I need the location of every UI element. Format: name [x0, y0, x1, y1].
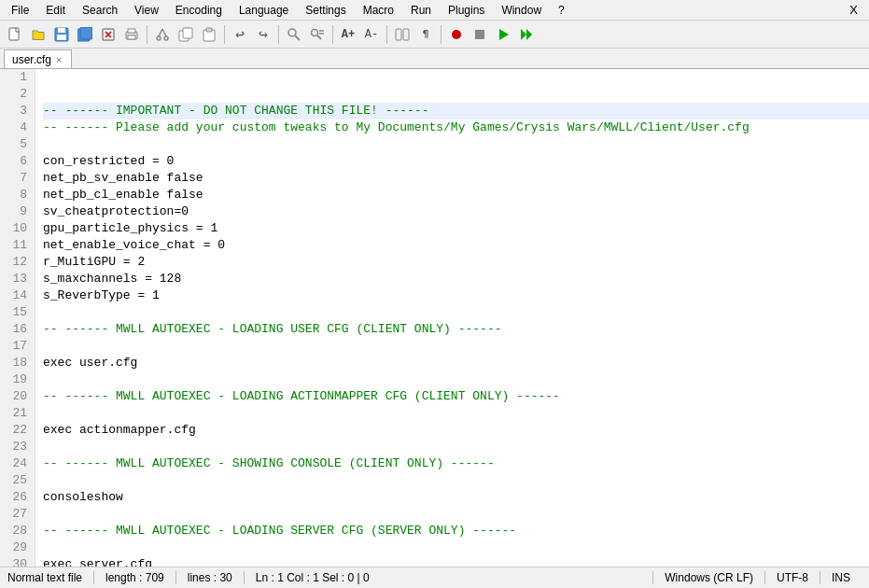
line-number: 30 [4, 556, 27, 567]
sep6 [441, 25, 442, 44]
code-line: -- ------ IMPORTANT - DO NOT CHANGE THIS… [43, 103, 869, 119]
tab-label: user.cfg [12, 53, 51, 66]
open-button[interactable] [27, 23, 49, 46]
menu-edit[interactable]: Edit [38, 2, 73, 19]
svg-point-13 [164, 36, 168, 40]
menubar: File Edit Search View Encoding Language … [0, 0, 869, 21]
sep3 [278, 25, 279, 44]
svg-line-21 [295, 35, 300, 40]
run-macro-button[interactable] [515, 23, 538, 46]
line-number: 14 [4, 287, 27, 304]
cut-button[interactable] [151, 23, 174, 46]
svg-rect-27 [403, 29, 409, 40]
menu-file[interactable]: File [4, 2, 36, 19]
code-line: s_ReverbType = 1 [43, 287, 869, 304]
line-number: 25 [4, 472, 27, 489]
menu-macro[interactable]: Macro [356, 2, 401, 19]
find-button[interactable] [283, 23, 305, 46]
line-number: 13 [4, 271, 27, 287]
code-line [43, 338, 869, 355]
menu-plugins[interactable]: Plugins [441, 2, 492, 19]
line-number: 20 [4, 388, 27, 405]
word-wrap-button[interactable]: ¶ [414, 23, 437, 46]
tabbar: user.cfg × [0, 49, 869, 69]
code-line: r_MultiGPU = 2 [43, 254, 869, 271]
code-line: -- ------ MWLL AUTOEXEC - SHOWING CONSOL… [43, 455, 869, 472]
menu-search[interactable]: Search [75, 2, 125, 19]
line-number: 18 [4, 355, 27, 371]
menu-settings[interactable]: Settings [298, 2, 353, 19]
svg-rect-2 [58, 28, 65, 33]
line-number: 27 [4, 506, 27, 523]
save-button[interactable] [50, 23, 73, 46]
play-macro-button[interactable] [492, 23, 514, 46]
svg-line-15 [162, 29, 166, 36]
line-number: 6 [4, 153, 27, 170]
code-line [43, 304, 869, 321]
statusbar: Normal text file length : 709 lines : 30… [0, 567, 869, 588]
tab-user-cfg[interactable]: user.cfg × [4, 49, 72, 68]
code-line [43, 539, 869, 556]
line-number: 17 [4, 338, 27, 355]
zoom-in-button[interactable]: A+ [337, 23, 359, 46]
status-lines: lines : 30 [175, 571, 244, 584]
svg-rect-5 [80, 27, 92, 39]
menu-help[interactable]: ? [551, 2, 572, 19]
line-number: 26 [4, 489, 27, 506]
svg-line-23 [317, 35, 321, 39]
code-line [43, 136, 869, 153]
svg-point-28 [452, 30, 461, 39]
replace-button[interactable] [306, 23, 329, 46]
code-line [43, 506, 869, 523]
status-right: Windows (CR LF) UTF-8 INS [652, 571, 862, 584]
menu-encoding[interactable]: Encoding [168, 2, 230, 19]
sync-scroll-button[interactable] [391, 23, 413, 46]
svg-rect-3 [57, 35, 66, 40]
line-number: 2 [4, 86, 27, 103]
stop-macro-button[interactable] [469, 23, 491, 46]
menu-view[interactable]: View [127, 2, 166, 19]
redo-button[interactable]: ↪ [252, 23, 274, 46]
line-number: 15 [4, 304, 27, 321]
line-number: 22 [4, 422, 27, 439]
tab-close-button[interactable]: × [56, 54, 62, 65]
line-number: 8 [4, 187, 27, 203]
line-number: 3 [4, 103, 27, 119]
paste-button[interactable] [198, 23, 220, 46]
line-number: 11 [4, 237, 27, 254]
code-line: sv_cheatprotection=0 [43, 203, 869, 220]
code-line: gpu_particle_physics = 1 [43, 220, 869, 237]
svg-rect-10 [128, 29, 135, 33]
line-number: 7 [4, 170, 27, 187]
status-position: Ln : 1 Col : 1 Sel : 0 | 0 [244, 571, 381, 584]
zoom-out-button[interactable]: A- [360, 23, 383, 46]
menu-language[interactable]: Language [231, 2, 296, 19]
print-button[interactable] [120, 23, 143, 46]
code-line [43, 472, 869, 489]
status-length: length : 709 [93, 571, 175, 584]
svg-marker-30 [499, 29, 509, 40]
svg-line-14 [159, 29, 162, 36]
menu-window[interactable]: Window [494, 2, 549, 19]
svg-marker-31 [521, 29, 526, 40]
svg-rect-26 [396, 29, 401, 40]
undo-button[interactable]: ↩ [229, 23, 251, 46]
status-encoding: UTF-8 [764, 571, 820, 584]
line-number: 5 [4, 136, 27, 153]
code-line: exec actionmapper.cfg [43, 422, 869, 439]
svg-rect-0 [9, 28, 19, 40]
new-button[interactable] [4, 23, 26, 46]
line-number: 9 [4, 203, 27, 220]
code-area[interactable]: -- ------ IMPORTANT - DO NOT CHANGE THIS… [35, 69, 869, 567]
record-macro-button[interactable] [445, 23, 468, 46]
menu-run[interactable]: Run [403, 2, 439, 19]
toolbar: ↩ ↪ A+ A- ¶ [0, 21, 869, 49]
app-close-button[interactable]: X [842, 3, 865, 17]
copy-button[interactable] [175, 23, 197, 46]
close-tab-button[interactable] [97, 23, 119, 46]
svg-point-20 [288, 29, 296, 36]
code-line: net_pb_sv_enable false [43, 170, 869, 187]
status-file-type: Normal text file [7, 571, 93, 584]
svg-rect-29 [475, 30, 484, 39]
save-all-button[interactable] [74, 23, 96, 46]
